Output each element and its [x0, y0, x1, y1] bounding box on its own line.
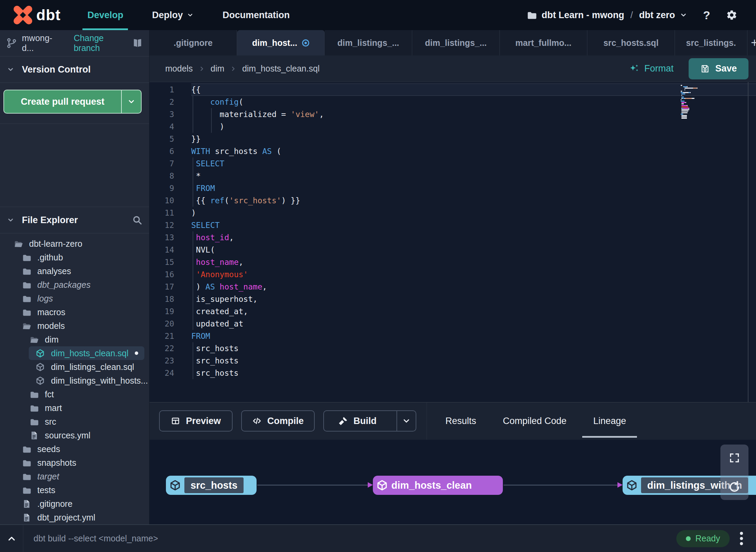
file-tree-item-dim[interactable]: dim — [0, 333, 149, 346]
new-tab-button[interactable]: + — [747, 30, 756, 55]
pr-dropdown-caret[interactable] — [121, 90, 141, 113]
editor-tab-mart-fullmo-[interactable]: mart_fullmo... — [500, 30, 587, 55]
hammer-icon — [338, 416, 348, 426]
build-button[interactable]: Build — [323, 410, 416, 432]
code-line-24[interactable]: 24 src_hosts — [149, 367, 756, 379]
indent-guide — [211, 108, 212, 133]
file-tree-item-sources-yml[interactable]: sources.yml — [0, 428, 149, 442]
file-tree-item-dim-listings-clean-sql[interactable]: dim_listings_clean.sql — [0, 360, 149, 374]
code-line-14[interactable]: 14 NVL( — [149, 244, 756, 256]
file-tree-item-analyses[interactable]: analyses — [0, 264, 149, 278]
overflow-menu-icon[interactable] — [739, 530, 744, 547]
code-line-22[interactable]: 22 src_hosts — [149, 342, 756, 355]
panel-tab-compiled-code[interactable]: Compiled Code — [503, 402, 566, 440]
code-line-10[interactable]: 10 {{ ref('src_hosts') }} — [149, 194, 756, 207]
file-tree-item-fct[interactable]: fct — [0, 387, 149, 401]
breadcrumb-part[interactable]: models — [165, 64, 193, 74]
build-dropdown-caret[interactable] — [396, 411, 416, 431]
chevron-down-icon — [680, 11, 687, 19]
panel-tab-lineage[interactable]: Lineage — [593, 402, 626, 440]
code-line-15[interactable]: 15 host_name, — [149, 256, 756, 268]
panel-tab-results[interactable]: Results — [445, 402, 476, 440]
code-line-13[interactable]: 13 host_id, — [149, 231, 756, 244]
code-line-2[interactable]: 2 config( — [149, 96, 756, 108]
code-line-7[interactable]: 7 SELECT — [149, 157, 756, 170]
code-line-21[interactable]: 21FROM — [149, 330, 756, 342]
code-line-23[interactable]: 23 src_hosts — [149, 355, 756, 367]
code-line-19[interactable]: 19 created_at, — [149, 305, 756, 318]
nav-item-develop[interactable]: Develop — [87, 0, 123, 30]
file-tree-item--gitignore[interactable]: .gitignore — [0, 497, 149, 511]
file-tree-item-seeds[interactable]: seeds — [0, 442, 149, 456]
breadcrumb-part[interactable]: dim — [211, 64, 224, 74]
editor-tab-src-listings-[interactable]: src_listings. — [675, 30, 747, 55]
file-label: dbt_packages — [37, 280, 91, 290]
code-line-8[interactable]: 8 * — [149, 170, 756, 182]
code-line-12[interactable]: 12SELECT — [149, 219, 756, 231]
file-label: .gitignore — [37, 499, 73, 509]
editor-tab-src-hosts-sql[interactable]: src_hosts.sql — [587, 30, 675, 55]
settings-gear-icon[interactable] — [726, 9, 738, 21]
code-line-17[interactable]: 17 ) AS host_name, — [149, 281, 756, 293]
line-content: src_hosts — [191, 367, 756, 379]
create-pull-request-button[interactable]: Create pull request — [3, 90, 142, 114]
code-line-3[interactable]: 3 materialized = 'view', — [149, 108, 756, 120]
lineage-node-src-hosts[interactable]: src_hosts — [166, 476, 257, 495]
search-icon[interactable] — [132, 215, 142, 225]
lineage-canvas[interactable]: src_hostsdim_hosts_cleandim_listings_wit… — [149, 440, 756, 524]
editor-tab-dim-listings-[interactable]: dim_listings_... — [325, 30, 412, 55]
help-icon[interactable]: ? — [703, 9, 710, 22]
code-line-1[interactable]: 1{{ — [149, 84, 756, 96]
code-line-4[interactable]: 4 ) — [149, 120, 756, 133]
editor-scrollbar[interactable] — [748, 82, 748, 402]
file-tree-item--github[interactable]: .github — [0, 251, 149, 264]
code-line-11[interactable]: 11) — [149, 207, 756, 219]
command-input[interactable]: dbt build --select <model_name> — [34, 534, 158, 543]
compile-button[interactable]: Compile — [241, 410, 315, 432]
chevron-right-icon — [230, 65, 237, 72]
version-control-header[interactable]: Version Control — [0, 56, 149, 83]
file-tree-item-models[interactable]: models — [0, 319, 149, 333]
fullscreen-icon[interactable] — [729, 452, 740, 464]
indent-guide — [193, 157, 193, 207]
file-tree-item-target[interactable]: target — [0, 470, 149, 483]
code-editor[interactable]: 1{{2 config(3 materialized = 'view',4 )5… — [149, 82, 756, 402]
editor-tab-dim-listings-[interactable]: dim_listings_... — [412, 30, 500, 55]
file-tree-item-dbt-learn-zero[interactable]: dbt-learn-zero — [0, 237, 149, 251]
file-explorer-header[interactable]: File Explorer — [0, 207, 149, 233]
editor-tab--gitignore[interactable]: .gitignore — [149, 30, 237, 55]
code-line-20[interactable]: 20 updated_at — [149, 318, 756, 330]
code-line-5[interactable]: 5}} — [149, 133, 756, 145]
project-picker[interactable]: dbt Learn - mwong / dbt zero — [526, 10, 687, 21]
nav-item-deploy[interactable]: Deploy — [152, 0, 194, 30]
editor-tab-dim-host-[interactable]: dim_host... — [237, 30, 325, 55]
save-button[interactable]: Save — [689, 58, 748, 79]
file-tree-item-dbt-project-yml[interactable]: dbt_project.yml — [0, 511, 149, 524]
reset-view-undo-icon[interactable] — [728, 481, 741, 493]
line-content: WITH src_hosts AS ( — [191, 145, 756, 157]
file-tree-item-snapshots[interactable]: snapshots — [0, 456, 149, 470]
file-tree-item-macros[interactable]: macros — [0, 305, 149, 319]
docs-book-icon[interactable] — [132, 38, 143, 49]
nav-item-documentation[interactable]: Documentation — [222, 0, 290, 30]
status-bar: dbt build --select <model_name> Ready — [0, 524, 756, 552]
command-bar-toggle[interactable] — [0, 525, 23, 552]
file-tree-item-dbt-packages[interactable]: dbt_packages — [0, 278, 149, 292]
file-tree-item-src[interactable]: src — [0, 415, 149, 428]
code-line-16[interactable]: 16 'Anonymous' — [149, 268, 756, 281]
code-line-6[interactable]: 6WITH src_hosts AS ( — [149, 145, 756, 157]
preview-button[interactable]: Preview — [159, 410, 233, 432]
file-tree-item-logs[interactable]: logs — [0, 292, 149, 305]
file-tree-item-mart[interactable]: mart — [0, 401, 149, 415]
file-tree-item-dim-hosts-clean-sql[interactable]: dim_hosts_clean.sql — [29, 346, 144, 360]
file-tree-item-dim-listings-with-hosts-[interactable]: dim_listings_with_hosts... — [0, 374, 149, 387]
change-branch-link[interactable]: Change branch — [74, 33, 132, 53]
code-line-9[interactable]: 9 FROM — [149, 182, 756, 194]
file-tree-item-tests[interactable]: tests — [0, 483, 149, 497]
format-button[interactable]: Format — [629, 63, 674, 74]
pr-area: Create pull request — [0, 83, 149, 124]
lineage-node-dim-hosts-clean[interactable]: dim_hosts_clean — [373, 476, 503, 495]
file-label: mart — [45, 403, 62, 413]
breadcrumb-part: dim_hosts_clean.sql — [242, 64, 320, 74]
code-line-18[interactable]: 18 is_superhost, — [149, 293, 756, 305]
